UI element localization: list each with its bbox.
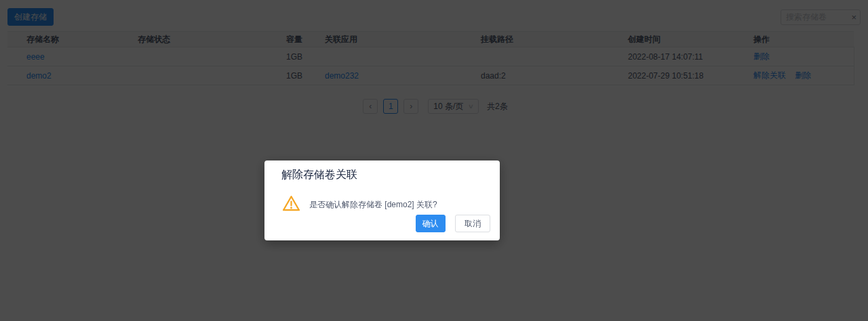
unbind-confirm-dialog: 解除存储卷关联 是否确认解除存储卷 [demo2] 关联? 确认 取消 <box>264 160 500 240</box>
dialog-footer: 确认 取消 <box>416 215 490 232</box>
dialog-message: 是否确认解除存储卷 [demo2] 关联? <box>309 199 437 211</box>
dialog-body: 是否确认解除存储卷 [demo2] 关联? <box>281 194 490 216</box>
warning-icon <box>281 194 301 216</box>
dialog-title: 解除存储卷关联 <box>281 168 490 182</box>
confirm-button[interactable]: 确认 <box>416 215 446 232</box>
cancel-button[interactable]: 取消 <box>455 215 490 232</box>
